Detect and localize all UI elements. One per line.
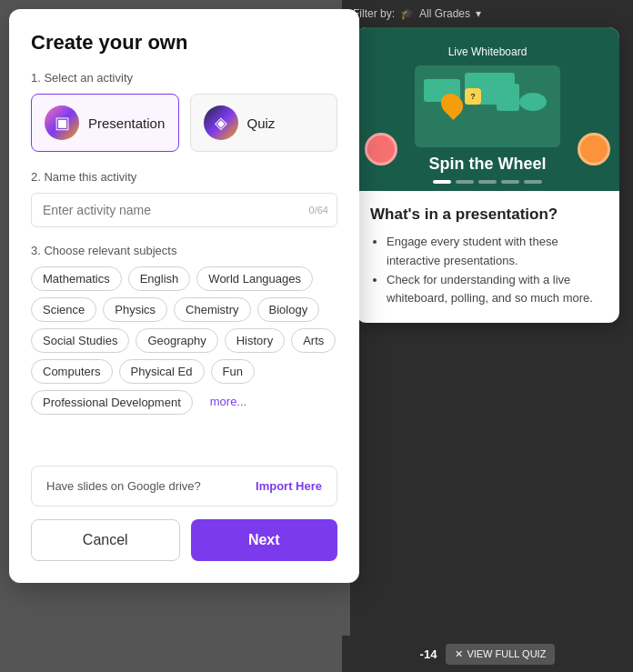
step3-section: 3. Choose relevant subjects Mathematics … [31, 244, 337, 415]
next-button[interactable]: Next [191, 519, 338, 561]
tag-social-studies[interactable]: Social Studies [31, 328, 129, 353]
tag-geography[interactable]: Geography [136, 328, 217, 353]
score-text: -14 [420, 647, 437, 661]
bottom-bar: -14 ✕ VIEW FULL QUIZ [342, 636, 633, 672]
activity-row: ▣ Presentation ◈ Quiz [31, 94, 337, 152]
activity-name-input[interactable] [31, 193, 337, 227]
input-wrapper: 0/64 [31, 193, 337, 227]
bullet-2: Check for understanding with a live whit… [387, 271, 605, 309]
google-drive-text: Have slides on Google drive? [46, 479, 201, 493]
step1-section: 1. Select an activity ▣ Presentation ◈ Q… [31, 71, 337, 170]
bullet-1: Engage every student with these interact… [387, 233, 605, 271]
presentation-label: Presentation [88, 115, 165, 131]
tag-physics[interactable]: Physics [103, 297, 167, 322]
modal-title: Create your own [31, 31, 337, 55]
tag-chemistry[interactable]: Chemistry [174, 297, 251, 322]
step2-section: 2. Name this activity 0/64 [31, 170, 337, 227]
tag-computers[interactable]: Computers [31, 359, 113, 384]
chevron-down-icon: ▾ [476, 7, 481, 20]
dot-3[interactable] [478, 180, 497, 184]
grades-label[interactable]: All Grades [419, 7, 470, 20]
carousel-overlay-text: Spin the Wheel [428, 155, 546, 174]
presentation-icon: ▣ [45, 105, 79, 140]
step2-label: 2. Name this activity [31, 170, 337, 184]
grades-icon: 🎓 [400, 7, 414, 20]
step3-label: 3. Choose relevant subjects [31, 244, 337, 257]
step1-label: 1. Select an activity [31, 71, 337, 85]
import-link[interactable]: Import Here [256, 479, 322, 493]
dot-4[interactable] [501, 180, 519, 184]
char-count: 0/64 [309, 205, 328, 216]
bullet-list: Engage every student with these interact… [370, 233, 605, 308]
create-modal: Create your own 1. Select an activity ▣ … [9, 9, 359, 583]
presentation-button[interactable]: ▣ Presentation [31, 94, 179, 152]
tag-physical-ed[interactable]: Physical Ed [119, 359, 205, 384]
right-content: What's in a presentation? Engage every s… [356, 191, 619, 323]
carousel-dots [433, 180, 542, 184]
tag-science[interactable]: Science [31, 297, 96, 322]
google-drive-bar: Have slides on Google drive? Import Here [31, 466, 337, 507]
tag-arts[interactable]: Arts [291, 328, 336, 353]
modal-footer: Cancel Next [31, 519, 337, 561]
character-right [578, 133, 610, 165]
tag-history[interactable]: History [225, 328, 285, 353]
cancel-button[interactable]: Cancel [31, 519, 180, 561]
tag-english[interactable]: English [128, 266, 191, 291]
more-link[interactable]: more... [199, 390, 257, 415]
filter-bar: Filter by: 🎓 All Grades ▾ [342, 0, 633, 27]
view-full-quiz-button[interactable]: ✕ VIEW FULL QUIZ [446, 644, 555, 665]
dot-2[interactable] [456, 180, 474, 184]
tag-mathematics[interactable]: Mathematics [31, 266, 122, 291]
right-panel-title: What's in a presentation? [370, 206, 605, 224]
tag-biology[interactable]: Biology [257, 297, 320, 322]
quiz-label: Quiz [247, 115, 276, 131]
dot-1[interactable] [433, 180, 451, 184]
right-panel: Live Whiteboard ? Spin the Wheel What's … [356, 27, 619, 323]
carousel-title: Live Whiteboard [448, 45, 528, 58]
quiz-icon-small: ✕ [455, 648, 463, 660]
tags-container: Mathematics English World Languages Scie… [31, 266, 337, 415]
tag-fun[interactable]: Fun [211, 359, 255, 384]
spacer [31, 429, 337, 466]
carousel-image: Live Whiteboard ? Spin the Wheel [356, 27, 619, 191]
tag-world-languages[interactable]: World Languages [196, 266, 313, 291]
quiz-button[interactable]: ◈ Quiz [190, 94, 338, 152]
view-quiz-label: VIEW FULL QUIZ [467, 648, 546, 659]
quiz-icon: ◈ [204, 105, 238, 140]
dot-5[interactable] [524, 180, 542, 184]
tag-professional-development[interactable]: Professional Development [31, 390, 193, 415]
world-map: ? [415, 65, 560, 147]
character-left [365, 133, 397, 165]
